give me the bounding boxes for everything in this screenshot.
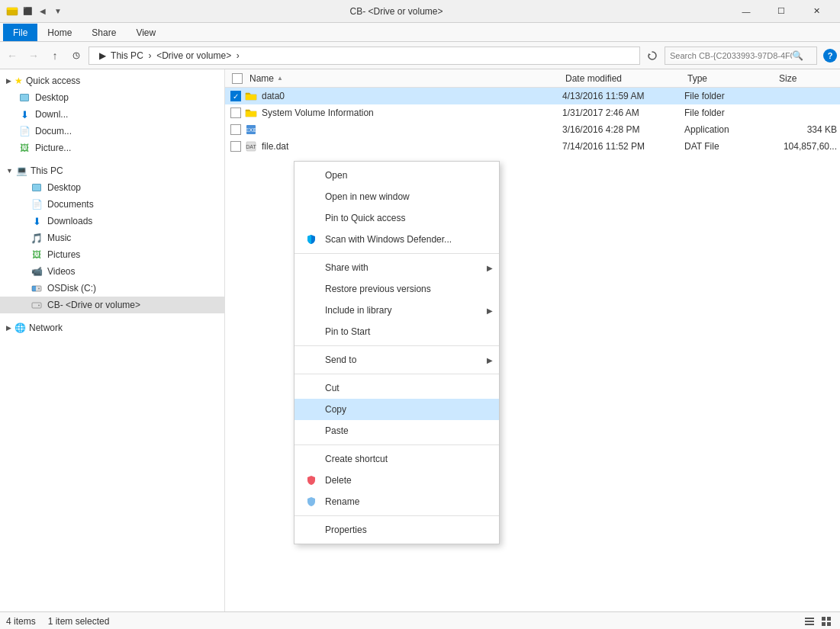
col-header-name[interactable]: Name ▲: [246, 73, 562, 84]
quick-access-header[interactable]: ▶ ★ Quick access: [0, 72, 224, 89]
col-header-type[interactable]: Type: [684, 73, 776, 84]
file-row-sysvolinfo[interactable]: System Volume Information 1/31/2017 2:46…: [225, 104, 840, 121]
ctx-paste[interactable]: Paste: [294, 420, 499, 441]
up-button[interactable]: ↑: [46, 47, 64, 65]
ctx-scan-defender[interactable]: Scan with Windows Defender...: [294, 229, 499, 250]
ctx-delete-icon: [304, 475, 319, 486]
main-area: ▶ ★ Quick access Desktop ⬇ Downl... 📄 Do…: [0, 69, 840, 611]
address-input[interactable]: [89, 47, 640, 65]
sidebar-item-downloads[interactable]: ⬇ Downloads: [0, 213, 224, 229]
header-checkbox[interactable]: [228, 73, 246, 84]
sidebar-item-documents-quick[interactable]: 📄 Docum...: [0, 123, 224, 140]
sidebar-label-documents-quick: Docum...: [35, 126, 72, 136]
window-controls: — ☐ ✕: [729, 0, 834, 23]
tab-file[interactable]: File: [3, 24, 37, 41]
sidebar-item-drive[interactable]: CB- <Drive or volume>: [0, 297, 224, 313]
ctx-sep-5: [294, 515, 499, 516]
refresh-button[interactable]: [643, 47, 661, 65]
file-type-sysvolinfo: File folder: [684, 108, 776, 118]
ctx-shield-icon: [304, 234, 319, 245]
tab-share[interactable]: Share: [82, 24, 126, 41]
ctx-open-new-window[interactable]: Open in new window: [294, 186, 499, 207]
ctx-copy[interactable]: Copy: [294, 399, 499, 420]
ctx-open-label: Open: [325, 170, 347, 181]
col-header-date[interactable]: Date modified: [562, 73, 684, 84]
ctx-properties[interactable]: Properties: [294, 519, 499, 541]
file-checkbox-app[interactable]: [228, 124, 243, 135]
search-box[interactable]: 🔍: [665, 47, 817, 65]
sidebar-item-downloads-quick[interactable]: ⬇ Downl...: [0, 106, 224, 123]
nav-back-title[interactable]: ◀: [37, 5, 49, 18]
sort-arrow-name: ▲: [277, 75, 283, 82]
ribbon-tabs: File Home Share View: [0, 23, 840, 41]
quick-access-icon[interactable]: ⬛: [21, 5, 34, 18]
sidebar-item-documents[interactable]: 📄 Documents: [0, 196, 224, 213]
ctx-pin-start[interactable]: Pin to Start: [294, 321, 499, 342]
details-view-button[interactable]: [802, 614, 817, 629]
forward-button[interactable]: →: [24, 47, 43, 65]
items-count: 4 items: [6, 616, 36, 627]
sidebar-item-desktop-quick[interactable]: Desktop: [0, 89, 224, 106]
network-header[interactable]: ▶ 🌐 Network: [0, 319, 224, 336]
sidebar-item-pictures-quick[interactable]: 🖼 Picture...: [0, 140, 224, 156]
svg-rect-1: [7, 8, 18, 10]
ctx-cut[interactable]: Cut: [294, 377, 499, 399]
ctx-cut-label: Cut: [325, 383, 340, 393]
ctx-include-library[interactable]: Include in library ▶: [294, 300, 499, 321]
desktop-icon: [18, 91, 31, 104]
tab-home[interactable]: Home: [37, 24, 82, 41]
recent-locations-button[interactable]: [67, 47, 85, 65]
dropdown-arrow[interactable]: ▼: [52, 5, 64, 18]
maximize-button[interactable]: ☐: [764, 0, 799, 23]
minimize-button[interactable]: —: [729, 0, 764, 23]
sidebar-label-downloads-quick: Downl...: [35, 109, 68, 120]
sidebar-item-music[interactable]: 🎵 Music: [0, 229, 224, 246]
sidebar-label-osdisk: OSDisk (C:): [47, 283, 96, 294]
status-bar: 4 items 1 item selected: [0, 611, 840, 629]
close-button[interactable]: ✕: [799, 0, 834, 23]
this-pc-header[interactable]: ▼ 💻 This PC: [0, 162, 224, 179]
checkbox-sysvolinfo[interactable]: [230, 108, 241, 118]
sidebar-item-pictures[interactable]: 🖼 Pictures: [0, 246, 224, 263]
selected-count: 1 item selected: [48, 616, 110, 627]
file-row-dat[interactable]: DAT file.dat 7/14/2016 11:52 PM DAT File…: [225, 138, 840, 155]
ctx-pin-start-label: Pin to Start: [325, 326, 370, 337]
back-button[interactable]: ←: [3, 47, 21, 65]
checkbox-dat[interactable]: [230, 141, 241, 152]
large-icons-view-button[interactable]: [819, 614, 834, 629]
quick-access-arrow: ▶: [6, 77, 11, 85]
sidebar-item-videos[interactable]: 📹 Videos: [0, 263, 224, 280]
ctx-pin-label: Pin to Quick access: [325, 213, 405, 223]
col-header-size[interactable]: Size: [776, 73, 837, 84]
file-type-data0: File folder: [684, 91, 776, 101]
ctx-restore-versions[interactable]: Restore previous versions: [294, 278, 499, 300]
this-pc-label: This PC: [31, 165, 63, 176]
sidebar-item-desktop[interactable]: Desktop: [0, 179, 224, 196]
tab-view[interactable]: View: [126, 24, 166, 41]
ctx-pin-quick-access[interactable]: Pin to Quick access: [294, 207, 499, 229]
svg-rect-4: [32, 286, 36, 291]
file-row-data0[interactable]: ✓ data0 4/13/2016 11:59 AM File folder: [225, 88, 840, 104]
content-area: Name ▲ Date modified Type Size ✓: [225, 69, 840, 611]
sidebar-label-downloads: Downloads: [47, 216, 92, 226]
sidebar-item-osdisk[interactable]: OSDisk (C:): [0, 280, 224, 297]
window-icon: [6, 5, 18, 18]
svg-marker-2: [649, 53, 651, 56]
checkbox-app[interactable]: [230, 124, 241, 135]
ctx-open[interactable]: Open: [294, 165, 499, 186]
file-checkbox-sysvolinfo[interactable]: [228, 108, 243, 118]
svg-rect-14: [805, 624, 814, 625]
help-button[interactable]: ?: [823, 49, 837, 63]
svg-text:EXE: EXE: [246, 127, 256, 133]
ctx-rename[interactable]: Rename: [294, 491, 499, 512]
search-input[interactable]: [670, 51, 792, 60]
ctx-send-to[interactable]: Send to ▶: [294, 349, 499, 371]
checkbox-data0[interactable]: ✓: [230, 91, 241, 101]
ctx-share-with[interactable]: Share with ▶: [294, 257, 499, 278]
select-all-checkbox[interactable]: [232, 73, 243, 84]
file-checkbox-data0[interactable]: ✓: [228, 91, 243, 101]
ctx-delete[interactable]: Delete: [294, 470, 499, 491]
ctx-create-shortcut[interactable]: Create shortcut: [294, 448, 499, 470]
file-checkbox-dat[interactable]: [228, 141, 243, 152]
file-row-app[interactable]: EXE 3/16/2016 4:28 PM Application 334 KB: [225, 121, 840, 138]
